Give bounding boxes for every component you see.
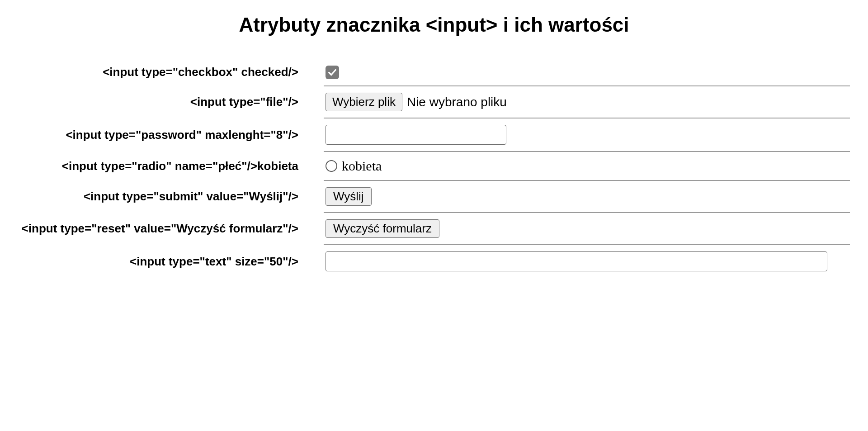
page-title: Atrybuty znacznika <input> i ich wartośc…: [18, 14, 850, 36]
row-text: <input type="text" size="50"/>: [18, 245, 850, 278]
label-file: <input type="file"/>: [18, 95, 298, 109]
label-submit: <input type="submit" value="Wyślij"/>: [18, 189, 298, 204]
row-reset: <input type="reset" value="Wyczyść formu…: [18, 213, 850, 244]
label-checkbox: <input type="checkbox" checked/>: [18, 65, 298, 79]
control-checkbox: [298, 66, 850, 79]
row-radio: <input type="radio" name="płeć"/>kobieta…: [18, 152, 850, 180]
reset-button[interactable]: Wyczyść formularz: [326, 219, 439, 238]
row-password: <input type="password" maxlenght="8"/>: [18, 118, 850, 151]
control-submit: Wyślij: [298, 187, 850, 206]
checkbox-input[interactable]: [326, 66, 339, 79]
radio-input[interactable]: [326, 160, 337, 172]
text-input[interactable]: [326, 251, 827, 271]
label-text: <input type="text" size="50"/>: [18, 255, 298, 269]
page: Atrybuty znacznika <input> i ich wartośc…: [0, 0, 868, 296]
row-file: <input type="file"/> Wybierz plik Nie wy…: [18, 86, 850, 118]
control-file: Wybierz plik Nie wybrano pliku: [298, 93, 850, 111]
submit-button[interactable]: Wyślij: [326, 187, 372, 206]
control-text: [298, 251, 850, 271]
file-status-text: Nie wybrano pliku: [407, 95, 507, 109]
file-choose-button[interactable]: Wybierz plik: [326, 93, 402, 111]
password-input[interactable]: [326, 125, 506, 145]
radio-option-label: kobieta: [342, 158, 382, 174]
check-icon: [327, 67, 337, 77]
label-reset: <input type="reset" value="Wyczyść formu…: [18, 222, 298, 236]
control-reset: Wyczyść formularz: [298, 219, 850, 238]
row-checkbox: <input type="checkbox" checked/>: [18, 59, 850, 85]
control-password: [298, 125, 850, 145]
label-radio: <input type="radio" name="płeć"/>kobieta: [18, 159, 298, 173]
row-submit: <input type="submit" value="Wyślij"/> Wy…: [18, 181, 850, 212]
control-radio: kobieta: [298, 158, 850, 174]
label-password: <input type="password" maxlenght="8"/>: [18, 128, 298, 142]
